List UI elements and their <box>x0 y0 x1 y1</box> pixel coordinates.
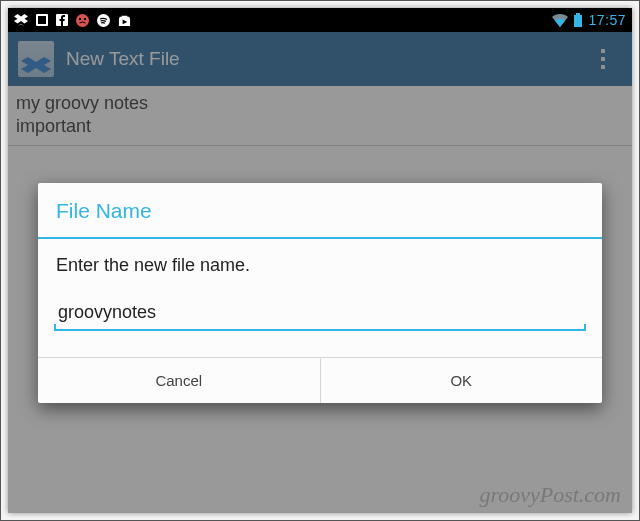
file-name-dialog: File Name Enter the new file name. Cance… <box>38 183 602 403</box>
wifi-icon <box>552 14 568 27</box>
svg-rect-8 <box>574 15 582 27</box>
dropbox-icon <box>14 14 28 27</box>
facebook-icon <box>56 14 68 26</box>
svg-point-4 <box>79 17 81 19</box>
spotify-icon <box>97 14 110 27</box>
store-icon <box>118 14 131 27</box>
status-clock: 17:57 <box>588 12 626 28</box>
file-name-input[interactable] <box>54 298 586 331</box>
battery-icon <box>574 13 582 27</box>
svg-rect-9 <box>576 13 580 15</box>
dialog-button-bar: Cancel OK <box>38 357 602 403</box>
dialog-message: Enter the new file name. <box>38 239 602 298</box>
screenshot-frame: 17:57 New Text File my groovy notes impo… <box>0 0 640 521</box>
ok-button[interactable]: OK <box>321 358 603 403</box>
status-bar: 17:57 <box>8 8 632 32</box>
svg-point-5 <box>84 17 86 19</box>
svg-point-3 <box>76 14 89 27</box>
cancel-button[interactable]: Cancel <box>38 358 321 403</box>
media-icon <box>36 14 48 26</box>
device-screen: 17:57 New Text File my groovy notes impo… <box>8 8 632 513</box>
dialog-title: File Name <box>38 183 602 239</box>
emoji-icon <box>76 14 89 27</box>
svg-rect-1 <box>38 16 46 24</box>
